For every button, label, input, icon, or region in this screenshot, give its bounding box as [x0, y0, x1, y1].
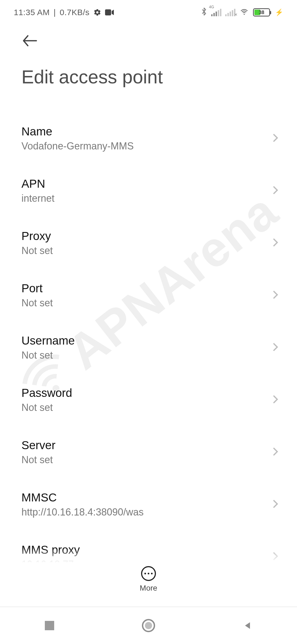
- bottom-action-bar: More: [0, 563, 297, 607]
- back-button[interactable]: [21, 32, 38, 50]
- setting-value: Not set: [21, 454, 265, 466]
- setting-label: APN: [21, 177, 265, 190]
- battery-percent: 38: [254, 10, 269, 15]
- setting-value: http://10.16.18.4:38090/was: [21, 506, 265, 518]
- setting-label: Port: [21, 282, 265, 295]
- settings-list: Name Vodafone-Germany-MMS APN internet P…: [0, 90, 297, 563]
- status-left: 11:35 AM | 0.7KB/s: [14, 8, 114, 17]
- status-bar: 11:35 AM | 0.7KB/s 4G: [0, 0, 297, 25]
- no-sim-x-icon: ✕: [234, 12, 238, 17]
- nav-back-button[interactable]: [240, 618, 255, 633]
- signal-sim1-icon: 4G: [211, 9, 221, 16]
- system-nav-bar: [0, 607, 297, 644]
- setting-proxy[interactable]: Proxy Not set: [0, 217, 297, 269]
- app-bar: [0, 25, 297, 58]
- bluetooth-icon: [201, 7, 207, 18]
- more-button[interactable]: More: [140, 566, 157, 593]
- setting-port[interactable]: Port Not set: [0, 269, 297, 321]
- page-title: Edit access point: [0, 58, 297, 90]
- chevron-right-icon: [271, 238, 280, 249]
- chevron-right-icon: [271, 499, 280, 510]
- setting-value: internet: [21, 193, 265, 204]
- setting-apn[interactable]: APN internet: [0, 165, 297, 217]
- status-right: 4G ✕ 38 ⚡: [201, 7, 283, 18]
- battery-icon: 38: [253, 8, 270, 17]
- triangle-left-icon: [243, 621, 252, 631]
- setting-value: Not set: [21, 350, 265, 361]
- svg-rect-0: [105, 9, 111, 15]
- setting-label: Username: [21, 334, 265, 347]
- chevron-right-icon: [271, 447, 280, 458]
- chevron-right-icon: [271, 394, 280, 405]
- square-icon: [45, 621, 54, 630]
- wifi-icon: [239, 7, 249, 18]
- setting-name[interactable]: Name Vodafone-Germany-MMS: [0, 112, 297, 165]
- setting-value: Vodafone-Germany-MMS: [21, 140, 265, 152]
- setting-value: Not set: [21, 297, 265, 309]
- setting-server[interactable]: Server Not set: [0, 426, 297, 478]
- status-sep: |: [54, 8, 56, 17]
- signal-sim2-icon: ✕: [225, 9, 235, 16]
- more-icon: [141, 566, 156, 581]
- charging-icon: ⚡: [275, 9, 283, 16]
- setting-value: Not set: [21, 402, 265, 413]
- setting-label: Name: [21, 125, 265, 138]
- nav-home-button[interactable]: [141, 618, 156, 633]
- chevron-right-icon: [271, 342, 280, 353]
- status-net-speed: 0.7KB/s: [60, 8, 90, 17]
- content-clip: 11:35 AM | 0.7KB/s 4G: [0, 0, 297, 563]
- setting-label: Server: [21, 439, 265, 452]
- nav-recent-button[interactable]: [42, 618, 57, 633]
- video-icon: [105, 9, 114, 15]
- setting-label: Password: [21, 386, 265, 400]
- setting-label: MMSC: [21, 491, 265, 504]
- status-time: 11:35 AM: [14, 8, 50, 17]
- chevron-right-icon: [271, 185, 280, 196]
- setting-password[interactable]: Password Not set: [0, 374, 297, 426]
- setting-value: Not set: [21, 245, 265, 256]
- setting-username[interactable]: Username Not set: [0, 321, 297, 374]
- chevron-right-icon: [271, 133, 280, 144]
- chevron-right-icon: [271, 290, 280, 301]
- screen: APNArena 11:35 AM | 0.7KB/s 4G: [0, 0, 297, 644]
- signal-4g-label: 4G: [209, 5, 214, 9]
- setting-mmsc[interactable]: MMSC http://10.16.18.4:38090/was: [0, 478, 297, 531]
- more-label: More: [140, 584, 157, 593]
- setting-label: Proxy: [21, 230, 265, 243]
- settings-icon: [94, 9, 101, 16]
- circle-icon: [142, 619, 155, 632]
